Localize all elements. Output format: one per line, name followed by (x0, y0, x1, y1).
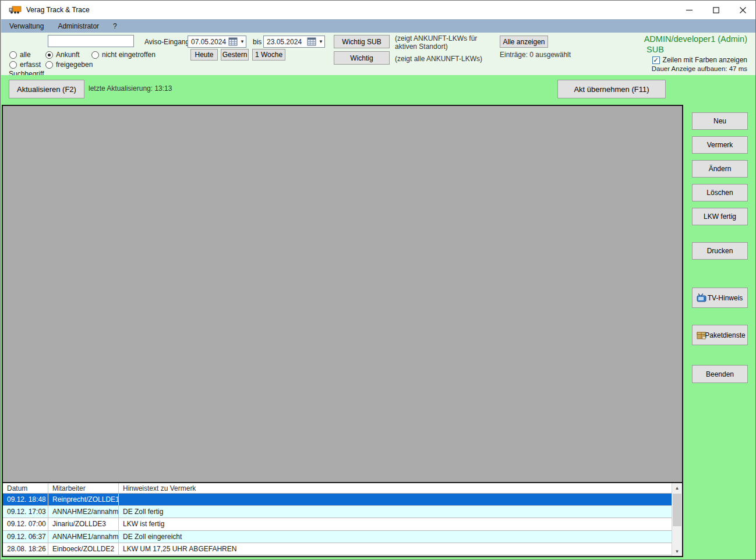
sidebar-button-lkw-fertig[interactable]: LKW fertig (692, 208, 748, 225)
radio-checked-icon[interactable] (45, 51, 53, 59)
date-to-value: 23.05.2024 (264, 38, 307, 46)
cell-datum: 28.08. 18:26 (3, 543, 48, 555)
last-refresh-label: letzte Aktualisierung: 13:13 (89, 84, 172, 93)
calendar-icon (228, 37, 238, 46)
action-bar: Aktualisieren (F2) letzte Aktualisierung… (1, 75, 756, 104)
close-button[interactable] (729, 1, 756, 19)
1-woche-button[interactable]: 1 Woche (252, 49, 285, 61)
table-row[interactable]: 09.12. 07:00Jinariu/ZOLLDE3LKW ist ferti… (3, 518, 672, 530)
duration-label: Dauer Anzeige aufbauen: 47 ms (652, 65, 747, 72)
sidebar-button-drucken[interactable]: Drucken (692, 242, 748, 260)
radio-label: erfasst (20, 61, 41, 69)
column-header-datum[interactable]: Datum (3, 483, 48, 493)
radio-label: nicht eingetroffen (102, 51, 156, 59)
colors-checkbox-label: Zeilen mit Farben anzeigen (663, 56, 747, 64)
bis-label: bis (253, 38, 262, 46)
scroll-down-icon[interactable]: ▼ (672, 547, 682, 556)
radio-label: Ankunft (56, 51, 80, 59)
column-header-hinweistext[interactable]: Hinweistext zu Vermerk (119, 483, 672, 493)
sidebar-button-paketdienste[interactable]: Paketdienste (692, 325, 748, 345)
scrollbar-thumb[interactable] (673, 494, 681, 526)
radio-unchecked-icon[interactable] (9, 51, 17, 59)
title-bar: Verag Track & Trace (1, 1, 756, 19)
radio-ankunft[interactable]: Ankunft (45, 51, 80, 59)
filter-panel: Suchbegriff alleAnkunftnicht eingetroffe… (1, 33, 756, 75)
menu-bar: VerwaltungAdministrator? (1, 19, 756, 33)
radio-label: freigegeben (56, 61, 93, 69)
akt-uebernehmen-button[interactable]: Akt übernehmen (F11) (557, 80, 666, 98)
sidebar-button-label: Ändern (709, 165, 732, 173)
package-icon (697, 330, 708, 340)
tv-icon (697, 293, 708, 303)
checkbox-checked-icon[interactable]: ✓ (652, 56, 660, 64)
radio-unchecked-icon[interactable] (45, 61, 53, 69)
sidebar-button-label: TV-Hinweis (708, 294, 743, 302)
content-frame: DatumMitarbeiterHinweistext zu Vermerk 0… (2, 105, 683, 557)
search-input[interactable] (48, 35, 134, 47)
cell-hinweis: LKW UM 17,25 UHR ABGEFAHREN (119, 543, 672, 555)
menu-item-help[interactable]: ? (107, 20, 123, 32)
date-to-picker[interactable]: 23.05.2024 ▼ (263, 36, 325, 48)
heute-button[interactable]: Heute (190, 49, 218, 61)
table-header-row: DatumMitarbeiterHinweistext zu Vermerk (3, 483, 672, 494)
radio-nicht-eingetroffen[interactable]: nicht eingetroffen (91, 51, 156, 59)
menu-item-verwaltung[interactable]: Verwaltung (3, 20, 50, 32)
radio-freigegeben[interactable]: freigegeben (45, 61, 93, 69)
table-row[interactable]: 28.08. 18:26Einboeck/ZOLLDE2LKW UM 17,25… (3, 543, 672, 555)
menu-item-administrator[interactable]: Administrator (52, 20, 105, 32)
entries-status: Einträge: 0 ausgewählt (500, 51, 571, 59)
sidebar-button-vermerk[interactable]: Vermerk (692, 136, 748, 154)
sidebar-button-beenden[interactable]: Beenden (692, 365, 748, 383)
sidebar-button-label: Drucken (707, 247, 733, 255)
table-row[interactable]: 09.12. 17:03ANNAHME2/annahme2DE Zoll fer… (3, 506, 672, 518)
app-window: Verag Track & Trace VerwaltungAdministra… (0, 0, 756, 560)
cell-hinweis (119, 494, 672, 505)
wichtig-button[interactable]: Wichtig (334, 51, 390, 65)
wichtig-sub-button[interactable]: Wichtig SUB (334, 35, 390, 48)
table-row[interactable]: 09.12. 18:48Reinprecht/ZOLLDE1 (3, 494, 672, 506)
chevron-down-icon[interactable]: ▼ (239, 39, 246, 44)
radio-label: alle (20, 51, 31, 59)
radio-alle[interactable]: alle (9, 51, 31, 59)
current-user-label: ADMIN/developer1 (Admin) (644, 34, 747, 44)
sidebar-button-aendern[interactable]: Ändern (692, 160, 748, 178)
scroll-up-icon[interactable]: ▲ (672, 483, 682, 492)
cell-mitarbeiter: Jinariu/ZOLLDE3 (48, 518, 119, 530)
cell-mitarbeiter: Reinprecht/ZOLLDE1 (48, 494, 119, 505)
window-title: Verag Track & Trace (26, 6, 90, 14)
main-grid-empty-area (3, 106, 682, 482)
radio-erfasst[interactable]: erfasst (9, 61, 41, 69)
sidebar-button-loeschen[interactable]: Löschen (692, 184, 748, 201)
calendar-icon (307, 37, 316, 46)
colors-checkbox-row[interactable]: ✓ Zeilen mit Farben anzeigen (652, 56, 747, 64)
cell-datum: 09.12. 07:00 (3, 518, 48, 530)
current-site-label: SUB (647, 45, 664, 54)
chevron-down-icon[interactable]: ▼ (317, 39, 324, 44)
cell-mitarbeiter: ANNAHME2/annahme2 (48, 506, 119, 518)
table-scrollbar[interactable]: ▲ ▼ (672, 483, 682, 556)
gestern-button[interactable]: Gestern (221, 49, 249, 61)
sidebar-button-label: Beenden (706, 370, 734, 378)
sidebar-button-tv-hinweis[interactable]: TV-Hinweis (692, 288, 748, 308)
sidebar-button-neu[interactable]: Neu (692, 112, 748, 130)
radio-unchecked-icon[interactable] (9, 61, 17, 69)
refresh-button[interactable]: Aktualisieren (F2) (9, 80, 84, 98)
date-from-picker[interactable]: 07.05.2024 ▼ (188, 36, 246, 48)
sidebar-button-label: Paketdienste (705, 331, 745, 339)
date-from-value: 07.05.2024 (188, 38, 228, 46)
sidebar: NeuVermerkÄndernLöschenLKW fertigDrucken… (684, 104, 756, 560)
cell-hinweis: DE Zoll eingereicht (119, 531, 672, 543)
cell-datum: 09.12. 18:48 (3, 494, 48, 505)
wichtig-hint: (zeigt alle ANKUNFT-LKWs) (395, 55, 482, 63)
alle-anzeigen-button[interactable]: Alle anzeigen (500, 36, 548, 48)
column-header-mitarbeiter[interactable]: Mitarbeiter (48, 483, 119, 493)
vermerk-table: DatumMitarbeiterHinweistext zu Vermerk 0… (3, 482, 682, 556)
minimize-button[interactable] (676, 1, 702, 19)
maximize-button[interactable] (702, 1, 729, 19)
sidebar-button-label: Löschen (706, 189, 733, 197)
cell-datum: 09.12. 06:37 (3, 531, 48, 543)
truck-icon (9, 5, 22, 15)
aviso-label: Aviso-Eingang (144, 38, 189, 46)
radio-unchecked-icon[interactable] (91, 51, 99, 59)
table-row[interactable]: 09.12. 06:37ANNAHME1/annahme1DE Zoll ein… (3, 531, 672, 543)
